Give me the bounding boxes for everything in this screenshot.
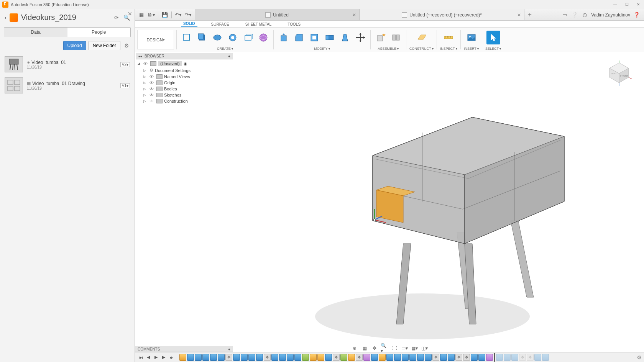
visibility-icon[interactable]: 👁 xyxy=(150,87,155,91)
timeline-feature[interactable] xyxy=(511,354,518,361)
timeline-feature[interactable] xyxy=(233,354,240,361)
expand-icon[interactable]: ▷ xyxy=(143,81,148,85)
timeline-feature[interactable] xyxy=(448,354,455,361)
timeline-feature[interactable] xyxy=(179,354,186,361)
pan-icon[interactable]: ✥ xyxy=(371,345,378,352)
comments-bar[interactable]: COMMENTS ● xyxy=(135,346,233,352)
visibility-icon[interactable]: 👁 xyxy=(150,80,155,85)
visibility-icon[interactable]: 👁 xyxy=(150,93,155,97)
timeline-settings-icon[interactable]: ⚙ xyxy=(637,354,642,360)
combine-tool[interactable] xyxy=(323,31,337,44)
apps-grid-icon[interactable]: ▦ xyxy=(137,11,146,19)
timeline-feature[interactable]: ✥ xyxy=(356,354,363,361)
tab-close-icon[interactable]: ✕ xyxy=(352,12,356,18)
extensions-icon[interactable]: ▭ xyxy=(561,11,568,18)
timeline-feature[interactable] xyxy=(478,354,485,361)
visibility-icon[interactable]: 👁 xyxy=(143,61,149,66)
box-tool[interactable] xyxy=(241,31,255,44)
timeline-feature[interactable] xyxy=(294,354,301,361)
measure-tool[interactable] xyxy=(442,31,455,44)
ws-tab-surface[interactable]: SURFACE xyxy=(209,21,232,27)
tab-close-icon[interactable]: ✕ xyxy=(517,12,521,18)
redo-icon[interactable]: ↷▾ xyxy=(184,11,192,19)
ribbon-group-label[interactable]: CREATE xyxy=(217,47,233,51)
timeline-feature[interactable] xyxy=(325,354,332,361)
timeline-feature[interactable] xyxy=(202,354,209,361)
timeline-next-icon[interactable]: ▶ xyxy=(160,354,167,361)
timeline-feature[interactable] xyxy=(317,354,324,361)
timeline-prev-icon[interactable]: ◀ xyxy=(145,354,152,361)
timeline-end-icon[interactable]: ⏭ xyxy=(168,354,175,361)
ribbon-group-label[interactable]: INSPECT xyxy=(440,47,457,51)
save-icon[interactable]: 💾 xyxy=(161,11,169,19)
ribbon-group-label[interactable]: CONSTRUCT xyxy=(409,47,434,51)
browser-root[interactable]: ◢ 👁 (Unsaved) ◉ xyxy=(136,60,233,67)
fillet-tool[interactable] xyxy=(292,31,306,44)
timeline-feature[interactable] xyxy=(371,354,378,361)
timeline-feature[interactable] xyxy=(425,354,432,361)
timeline-feature[interactable] xyxy=(241,354,248,361)
timeline-feature[interactable] xyxy=(440,354,447,361)
timeline-feature[interactable] xyxy=(256,354,263,361)
hole-tool[interactable] xyxy=(226,31,240,44)
browser-node[interactable]: ▷👁Named Views xyxy=(136,74,233,80)
document-tab[interactable]: Untitled ✕ xyxy=(195,9,360,20)
timeline-feature[interactable] xyxy=(471,354,478,361)
expand-icon[interactable]: ▷ xyxy=(143,75,148,79)
timeline-marker[interactable] xyxy=(494,353,495,362)
browser-node[interactable]: ▷⚙Document Settings xyxy=(136,67,233,74)
timeline-feature[interactable] xyxy=(542,354,549,361)
timeline-feature[interactable] xyxy=(271,354,278,361)
new-folder-button[interactable]: New Folder xyxy=(89,41,120,50)
timeline-feature[interactable] xyxy=(386,354,393,361)
new-tab-button[interactable]: ＋ xyxy=(524,9,535,20)
viewport[interactable]: ◂◂ BROWSER ● ◢ 👁 (Unsaved) ◉ ▷⚙Document … xyxy=(135,52,644,352)
timeline-feature[interactable] xyxy=(210,354,217,361)
timeline-feature[interactable] xyxy=(340,354,347,361)
clock-icon[interactable]: ◷ xyxy=(581,11,588,18)
expand-icon[interactable]: ▷ xyxy=(143,69,148,72)
display-settings-icon[interactable]: ▭▾ xyxy=(401,345,408,352)
expand-icon[interactable]: ▷ xyxy=(143,87,148,91)
ws-tab-tools[interactable]: TOOLS xyxy=(285,21,303,27)
item-version[interactable]: V2▾ xyxy=(120,62,130,67)
timeline-feature[interactable] xyxy=(302,354,309,361)
timeline-feature[interactable]: ✥ xyxy=(225,354,232,361)
new-component-tool[interactable]: ★ xyxy=(374,31,388,44)
browser-header[interactable]: ◂◂ BROWSER ● xyxy=(136,53,233,59)
shell-tool[interactable] xyxy=(307,31,321,44)
timeline-feature[interactable] xyxy=(195,354,202,361)
window-maximize[interactable]: ☐ xyxy=(621,0,632,9)
item-version[interactable]: V1▾ xyxy=(120,83,130,88)
timeline-feature[interactable]: ✥ xyxy=(455,354,462,361)
timeline-feature[interactable] xyxy=(248,354,255,361)
ribbon-group-label[interactable]: INSERT xyxy=(464,47,479,51)
window-minimize[interactable]: — xyxy=(610,0,621,9)
collapse-icon[interactable]: ● xyxy=(228,347,230,351)
construct-plane-tool[interactable] xyxy=(414,31,428,44)
timeline-feature[interactable] xyxy=(287,354,294,361)
file-menu-icon[interactable]: 🗎▾ xyxy=(147,11,156,19)
timeline-feature[interactable]: ✥ xyxy=(527,354,534,361)
browser-node[interactable]: ▷👁Bodies xyxy=(136,86,233,92)
orbit-icon[interactable]: ⊕ xyxy=(351,345,358,352)
tab-people[interactable]: People xyxy=(67,28,131,37)
move-tool[interactable] xyxy=(353,31,367,44)
ribbon-group-label[interactable]: SELECT xyxy=(485,47,501,51)
fit-icon[interactable]: ⛶ xyxy=(391,345,398,352)
help-icon[interactable]: ❔ xyxy=(571,11,578,18)
user-name[interactable]: Vadim Zaynutdinov xyxy=(591,12,630,18)
workspace-switcher[interactable]: DESIGN xyxy=(137,30,174,49)
timeline-feature[interactable] xyxy=(534,354,541,361)
browser-node[interactable]: ▷👁Sketches xyxy=(136,92,233,98)
insert-decal-tool[interactable] xyxy=(465,31,478,44)
timeline-feature[interactable] xyxy=(279,354,286,361)
undo-icon[interactable]: ↶▾ xyxy=(174,11,182,19)
timeline-feature[interactable] xyxy=(218,354,225,361)
timeline-play-icon[interactable]: ▶ xyxy=(153,354,159,361)
timeline-feature[interactable] xyxy=(379,354,386,361)
viewport-settings-icon[interactable]: ◫▾ xyxy=(421,345,428,352)
timeline-feature[interactable] xyxy=(310,354,317,361)
extrude-tool[interactable] xyxy=(195,31,209,44)
browser-node[interactable]: ▷👁Construction xyxy=(136,98,233,104)
